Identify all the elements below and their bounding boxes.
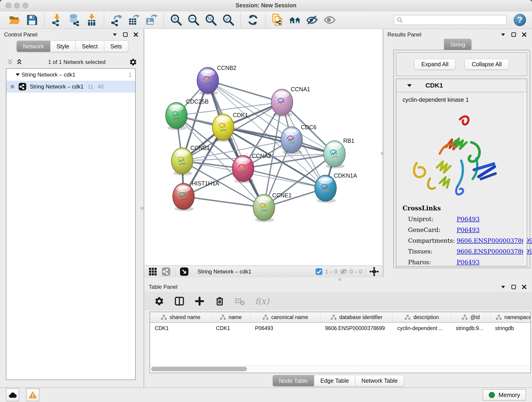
zoom-fit-button[interactable]: [204, 13, 217, 27]
zoom-in-button[interactable]: [169, 13, 183, 27]
close-panel-icon[interactable]: [133, 32, 139, 37]
column-header-database-identifier[interactable]: database identifier: [321, 312, 393, 322]
tab-edge-table[interactable]: Edge Table: [314, 375, 355, 386]
import-table-button[interactable]: [85, 13, 98, 27]
import-database-button[interactable]: [68, 13, 81, 27]
network-node-cdc25b[interactable]: CDC25B: [166, 98, 209, 130]
show-all-button[interactable]: [323, 13, 336, 27]
network-node-cdk1[interactable]: CDK1: [212, 112, 248, 142]
network-node-ccnb2[interactable]: CCNB2: [197, 65, 236, 95]
warnings-button[interactable]: [26, 389, 39, 401]
network-collection-row[interactable]: String Network – cdk1 1: [6, 69, 135, 81]
zoom-window-button[interactable]: [22, 2, 28, 8]
splitter-grip[interactable]: [381, 152, 384, 155]
table-row[interactable]: CDK1CDK1P064939606.ENSP00000378699cyclin…: [150, 323, 530, 334]
network-canvas[interactable]: CCNB2CCNA1CDC25BCDK1CDC6RB1CCNB1CCNA2CDK…: [145, 30, 382, 265]
clone-network-button[interactable]: [271, 13, 284, 27]
protein-card-header[interactable]: CDK1: [396, 79, 527, 92]
delete-table-button[interactable]: [235, 296, 245, 306]
cloud-button[interactable]: [6, 389, 19, 401]
export-network-button[interactable]: [110, 13, 123, 27]
network-node-ccne1[interactable]: CCNE1: [253, 192, 292, 222]
caret-down-icon[interactable]: [112, 32, 118, 37]
collapse-all-icon[interactable]: [6, 58, 14, 66]
network-row-selected[interactable]: String Network – cdk1 11 48: [6, 81, 135, 93]
tab-sets[interactable]: Sets: [104, 41, 128, 52]
network-node-cdkn1a[interactable]: CDKN1A: [315, 172, 357, 203]
share-view-button[interactable]: [161, 267, 171, 277]
crosslink-value-link[interactable]: 9606.ENSP00000378699: [457, 237, 532, 244]
column-header-shared-name[interactable]: shared name: [150, 312, 211, 322]
add-row-button[interactable]: [195, 296, 205, 306]
tab-network[interactable]: Network: [17, 41, 51, 52]
vertical-scrollbar[interactable]: [523, 92, 527, 265]
close-panel-icon[interactable]: [521, 32, 527, 37]
column-header-id[interactable]: @id: [451, 312, 491, 322]
float-panel-icon[interactable]: [123, 32, 128, 37]
network-view[interactable]: CCNB2CCNA1CDC25BCDK1CDC6RB1CCNB1CCNA2CDK…: [145, 29, 382, 277]
refresh-button[interactable]: [246, 13, 260, 27]
network-edge[interactable]: [208, 80, 282, 102]
crosslink-value-link[interactable]: 9606.ENSP00000378699: [457, 248, 532, 255]
column-header-namespace[interactable]: namespace: [491, 312, 531, 322]
function-builder-button[interactable]: f(x): [255, 297, 269, 306]
tab-network-table[interactable]: Network Table: [355, 375, 404, 386]
network-node-ccna1[interactable]: CCNA1: [271, 86, 310, 117]
open-session-button[interactable]: [8, 13, 21, 27]
hidden-eye-icon[interactable]: [340, 268, 348, 275]
crosslink-value-link[interactable]: P06493: [457, 216, 480, 223]
network-edge[interactable]: [184, 196, 264, 207]
close-panel-icon[interactable]: [521, 284, 527, 290]
crosslink-value-link[interactable]: P06493: [457, 259, 480, 266]
hide-selected-button[interactable]: [306, 13, 319, 27]
network-node-ccna2[interactable]: CCNA2: [232, 153, 271, 183]
tab-select[interactable]: Select: [76, 41, 104, 52]
collapse-all-button[interactable]: Collapse All: [465, 59, 509, 70]
zoom-out-button[interactable]: [187, 13, 200, 27]
search-input[interactable]: [405, 17, 504, 23]
network-node-cdc6[interactable]: CDC6: [281, 124, 317, 154]
float-panel-icon[interactable]: [511, 32, 516, 37]
network-edge[interactable]: [208, 80, 264, 207]
memory-button[interactable]: Memory: [483, 389, 526, 401]
float-panel-icon[interactable]: [511, 284, 516, 290]
network-node-hist1h1a[interactable]: HIST1H1A: [173, 180, 219, 211]
selected-checkbox[interactable]: [315, 268, 323, 275]
open-in-window-button[interactable]: [179, 267, 189, 277]
network-options-gear-icon[interactable]: [129, 58, 137, 66]
tab-style[interactable]: Style: [51, 41, 76, 52]
delete-row-button[interactable]: [215, 296, 225, 306]
zoom-selected-button[interactable]: [222, 13, 235, 27]
column-header-description[interactable]: description: [393, 312, 451, 322]
minimize-window-button[interactable]: [14, 2, 20, 8]
horizontal-scrollbar[interactable]: [150, 365, 530, 373]
import-network-button[interactable]: [50, 13, 63, 27]
collapse-triangle-icon[interactable]: [14, 73, 22, 77]
splitter-grip[interactable]: [141, 207, 144, 210]
save-session-button[interactable]: [25, 13, 39, 27]
crosslink-value-link[interactable]: P06493: [457, 226, 480, 233]
expand-all-button[interactable]: Expand All: [414, 59, 456, 70]
caret-down-icon[interactable]: [500, 284, 506, 290]
network-node-rb1[interactable]: RB1: [324, 138, 355, 168]
horizontal-splitter[interactable]: [145, 277, 532, 281]
gear-button[interactable]: [154, 296, 164, 306]
tab-node-table[interactable]: Node Table: [272, 375, 314, 386]
export-image-button[interactable]: [145, 13, 158, 27]
caret-down-icon[interactable]: [500, 32, 506, 37]
scrollbar-thumb[interactable]: [151, 367, 247, 371]
expand-all-icon[interactable]: [16, 58, 23, 66]
help-button[interactable]: ?: [514, 14, 526, 26]
columns-button[interactable]: [174, 296, 184, 306]
column-header-name[interactable]: name: [211, 312, 250, 322]
splitter-grip[interactable]: [338, 278, 341, 281]
first-neighbors-button[interactable]: [288, 13, 302, 27]
column-header-canonical-name[interactable]: canonical name: [250, 312, 321, 322]
pan-network-icon[interactable]: [369, 267, 379, 277]
tab-string[interactable]: String: [444, 39, 472, 50]
close-window-button[interactable]: [6, 2, 12, 8]
network-edge[interactable]: [243, 168, 326, 188]
collapse-triangle-icon[interactable]: [407, 83, 412, 88]
export-table-button[interactable]: [127, 13, 140, 27]
grid-view-button[interactable]: [148, 267, 158, 277]
